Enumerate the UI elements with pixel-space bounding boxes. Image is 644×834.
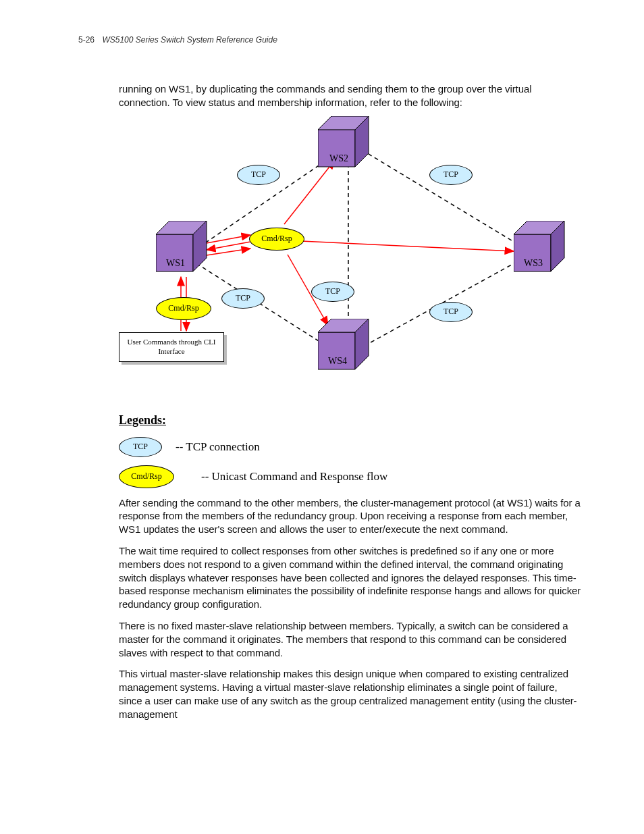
svg-line-1 (362, 150, 524, 248)
legend-tcp-icon: TCP (119, 437, 162, 457)
cmdrsp-ellipse: Cmd/Rsp (249, 228, 304, 251)
node-ws2-icon (318, 116, 375, 174)
tcp-ellipse: TCP (221, 288, 265, 309)
page-header: 5-26 WS5100 Series Switch System Referen… (78, 35, 583, 45)
node-ws2-label: WS2 (329, 153, 348, 164)
page-number: 5-26 (78, 35, 95, 45)
node-ws1-icon (156, 221, 213, 278)
paragraph-2: After sending the command to the other m… (119, 496, 583, 536)
paragraph-5: This virtual master-slave relationship m… (119, 667, 583, 721)
paragraph-intro: running on WS1, by duplicating the comma… (119, 82, 583, 109)
legends: Legends: TCP -- TCP connection Cmd/Rsp -… (119, 413, 583, 488)
cli-box-label: User Commands through CLI Interface (119, 332, 224, 362)
cmdrsp-ellipse: Cmd/Rsp (156, 297, 211, 320)
paragraph-3: The wait time required to collect respon… (119, 544, 583, 611)
tcp-ellipse: TCP (429, 302, 473, 322)
tcp-ellipse: TCP (311, 282, 354, 302)
paragraph-4: There is no fixed master-slave relations… (119, 619, 583, 659)
svg-line-9 (301, 241, 514, 251)
legend-tcp-desc: -- TCP connection (176, 440, 260, 454)
legends-title: Legends: (119, 413, 583, 427)
page: 5-26 WS5100 Series Switch System Referen… (0, 0, 644, 834)
tcp-ellipse: TCP (237, 165, 280, 185)
legend-cmd-icon: Cmd/Rsp (119, 465, 174, 488)
cli-box: User Commands through CLI Interface (119, 332, 227, 363)
node-ws3-icon (514, 221, 571, 278)
tcp-ellipse: TCP (429, 165, 473, 185)
node-ws4-icon (318, 319, 375, 376)
node-ws4-label: WS4 (328, 356, 347, 367)
legend-cmd-desc: -- Unicast Command and Response flow (201, 470, 387, 484)
legend-row-cmd: Cmd/Rsp -- Unicast Command and Response … (119, 465, 583, 488)
header-title: WS5100 Series Switch System Reference Gu… (102, 35, 277, 45)
node-ws3-label: WS3 (524, 258, 543, 269)
node-ws1-label: WS1 (166, 258, 185, 269)
legend-row-tcp: TCP -- TCP connection (119, 437, 583, 457)
diagram-cluster: WS1 WS2 WS3 WS4 TCP TCP TCP TCP TCP Cmd/… (119, 116, 578, 386)
